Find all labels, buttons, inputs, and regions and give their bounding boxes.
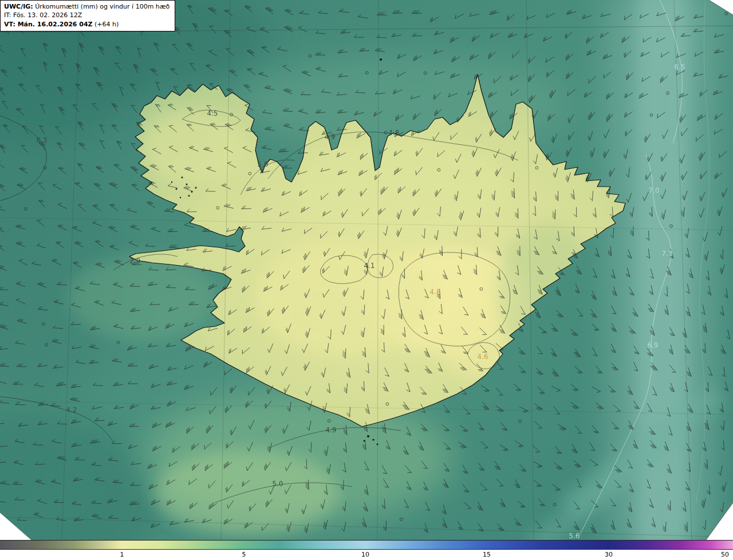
forecast-info-box: UWC/IG: Úrkomumætti (mm) og vindur í 100… <box>0 0 175 31</box>
colorbar-tick-label: 1 <box>120 551 124 558</box>
map-svg <box>0 0 733 540</box>
valid-time-offset: (+64 h) <box>93 21 119 28</box>
colorbar-tick-label: 5 <box>242 551 246 558</box>
colorbar-tick-label: 50 <box>721 551 729 558</box>
valid-time: VT: Mán. 16.02.2026 04Z <box>4 21 93 28</box>
colorbar-tick-labels: 1510153050 <box>0 540 733 560</box>
title-line: UWC/IG: Úrkomumætti (mm) og vindur í 100… <box>4 2 170 11</box>
colorbar-tick-label: 15 <box>483 551 491 558</box>
colorbar-tick-label: 10 <box>361 551 369 558</box>
precipitation-colorbar: 1510153050 <box>0 540 733 560</box>
weather-forecast-chart: 6.56.34.54.94.85.07.07.32.94.14.84.66.94… <box>0 0 733 560</box>
init-time: IT: Fös. 13. 02. 2026 12Z <box>4 11 170 19</box>
product-code: UWC/IG: <box>4 3 33 10</box>
map-canvas: 6.56.34.54.94.85.07.07.32.94.14.84.66.94… <box>0 0 733 540</box>
valid-time-line: VT: Mán. 16.02.2026 04Z (+64 h) <box>4 20 170 29</box>
map-title: Úrkomumætti (mm) og vindur í 100m hæð <box>33 3 170 10</box>
colorbar-tick-label: 30 <box>605 551 613 558</box>
